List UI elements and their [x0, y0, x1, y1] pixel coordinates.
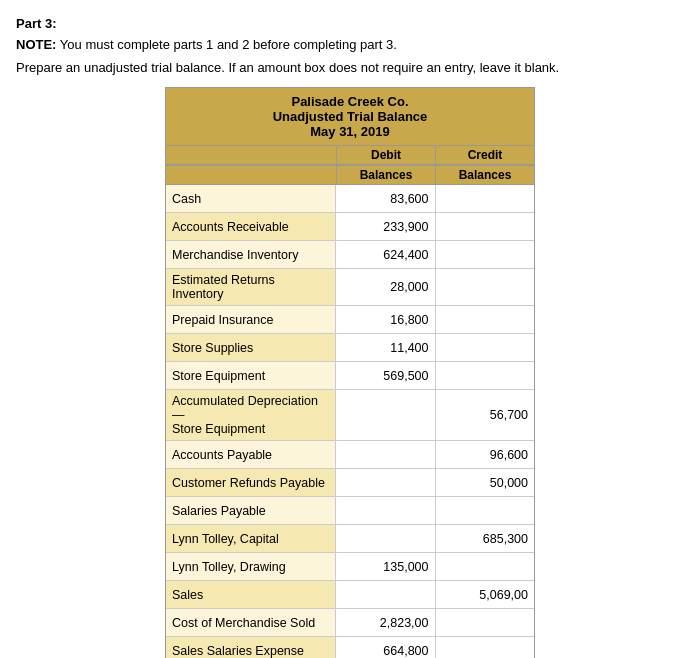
- debit-cell[interactable]: [336, 269, 436, 305]
- credit-cell[interactable]: [436, 525, 535, 552]
- debit-cell[interactable]: [336, 637, 436, 658]
- credit-input[interactable]: [440, 556, 531, 578]
- credit-cell[interactable]: [436, 581, 535, 608]
- row-label: Sales: [166, 581, 336, 608]
- row-label: Estimated Returns Inventory: [166, 269, 336, 305]
- table-row: Prepaid Insurance: [166, 306, 534, 334]
- table-row: Merchandise Inventory: [166, 241, 534, 269]
- debit-cell[interactable]: [336, 553, 436, 580]
- debit-cell[interactable]: [336, 469, 436, 496]
- debit-cell[interactable]: [336, 213, 436, 240]
- debit-input[interactable]: [340, 528, 431, 550]
- debit-input[interactable]: [340, 188, 431, 210]
- debit-cell[interactable]: [336, 497, 436, 524]
- credit-input[interactable]: [440, 612, 531, 634]
- debit-cell[interactable]: [336, 185, 436, 212]
- credit-cell[interactable]: [436, 553, 535, 580]
- row-label: Store Equipment: [166, 362, 336, 389]
- credit-input[interactable]: [440, 444, 531, 466]
- trial-balance-table: Palisade Creek Co. Unadjusted Trial Bala…: [165, 87, 535, 658]
- debit-input[interactable]: [340, 337, 431, 359]
- credit-input[interactable]: [440, 472, 531, 494]
- credit-cell[interactable]: [436, 362, 535, 389]
- debit-input[interactable]: [340, 244, 431, 266]
- credit-input[interactable]: [440, 640, 531, 659]
- row-label: Cash: [166, 185, 336, 212]
- debit-cell[interactable]: [336, 441, 436, 468]
- credit-input[interactable]: [440, 244, 531, 266]
- credit-cell[interactable]: [436, 334, 535, 361]
- row-label: Salaries Payable: [166, 497, 336, 524]
- row-label: Cost of Merchandise Sold: [166, 609, 336, 636]
- credit-cell[interactable]: [436, 185, 535, 212]
- debit-cell[interactable]: [336, 609, 436, 636]
- debit-input[interactable]: [340, 276, 431, 298]
- debit-input[interactable]: [340, 584, 431, 606]
- table-title: Palisade Creek Co. Unadjusted Trial Bala…: [166, 88, 534, 146]
- row-label: Store Supplies: [166, 334, 336, 361]
- credit-input[interactable]: [440, 188, 531, 210]
- debit-input[interactable]: [340, 640, 431, 659]
- table-row: Sales Salaries Expense: [166, 637, 534, 658]
- debit-input[interactable]: [340, 500, 431, 522]
- debit-cell[interactable]: [336, 334, 436, 361]
- credit-sub-header: Balances: [435, 166, 534, 184]
- credit-input[interactable]: [440, 584, 531, 606]
- debit-cell[interactable]: [336, 390, 436, 440]
- debit-sub-header: Balances: [336, 166, 435, 184]
- row-label: Accumulated Depreciation— Store Equipmen…: [166, 390, 336, 440]
- debit-input[interactable]: [340, 365, 431, 387]
- row-label: Customer Refunds Payable: [166, 469, 336, 496]
- debit-cell[interactable]: [336, 306, 436, 333]
- debit-cell[interactable]: [336, 525, 436, 552]
- credit-cell[interactable]: [436, 497, 535, 524]
- table-row: Customer Refunds Payable: [166, 469, 534, 497]
- credit-input[interactable]: [440, 337, 531, 359]
- credit-input[interactable]: [440, 216, 531, 238]
- debit-input[interactable]: [340, 612, 431, 634]
- row-label: Prepaid Insurance: [166, 306, 336, 333]
- table-row: Cost of Merchandise Sold: [166, 609, 534, 637]
- debit-cell[interactable]: [336, 362, 436, 389]
- instruction-text: Prepare an unadjusted trial balance. If …: [16, 60, 684, 75]
- note-text: NOTE: You must complete parts 1 and 2 be…: [16, 37, 684, 52]
- credit-cell[interactable]: [436, 441, 535, 468]
- credit-cell[interactable]: [436, 469, 535, 496]
- row-label: Lynn Tolley, Capital: [166, 525, 336, 552]
- credit-cell[interactable]: [436, 241, 535, 268]
- table-row: Store Equipment: [166, 362, 534, 390]
- credit-cell[interactable]: [436, 609, 535, 636]
- credit-input[interactable]: [440, 365, 531, 387]
- debit-input[interactable]: [340, 472, 431, 494]
- table-row: Sales: [166, 581, 534, 609]
- part-label: Part 3:: [16, 16, 684, 31]
- credit-cell[interactable]: [436, 637, 535, 658]
- table-row: Accumulated Depreciation— Store Equipmen…: [166, 390, 534, 441]
- debit-input[interactable]: [340, 216, 431, 238]
- debit-cell[interactable]: [336, 581, 436, 608]
- table-row: Estimated Returns Inventory: [166, 269, 534, 306]
- row-label: Accounts Payable: [166, 441, 336, 468]
- credit-input[interactable]: [440, 500, 531, 522]
- row-label: Accounts Receivable: [166, 213, 336, 240]
- debit-input[interactable]: [340, 309, 431, 331]
- column-sub-headers: Balances Balances: [166, 166, 534, 185]
- table-row: Lynn Tolley, Drawing: [166, 553, 534, 581]
- debit-input[interactable]: [340, 404, 431, 426]
- credit-cell[interactable]: [436, 269, 535, 305]
- credit-cell[interactable]: [436, 306, 535, 333]
- debit-cell[interactable]: [336, 241, 436, 268]
- credit-input[interactable]: [440, 528, 531, 550]
- credit-input[interactable]: [440, 309, 531, 331]
- table-row: Accounts Receivable: [166, 213, 534, 241]
- credit-cell[interactable]: [436, 213, 535, 240]
- credit-input[interactable]: [440, 276, 531, 298]
- credit-input[interactable]: [440, 404, 531, 426]
- credit-cell[interactable]: [436, 390, 535, 440]
- debit-input[interactable]: [340, 444, 431, 466]
- debit-col-header: Debit: [336, 146, 435, 164]
- row-label: Lynn Tolley, Drawing: [166, 553, 336, 580]
- debit-input[interactable]: [340, 556, 431, 578]
- table-row: Cash: [166, 185, 534, 213]
- table-row: Lynn Tolley, Capital: [166, 525, 534, 553]
